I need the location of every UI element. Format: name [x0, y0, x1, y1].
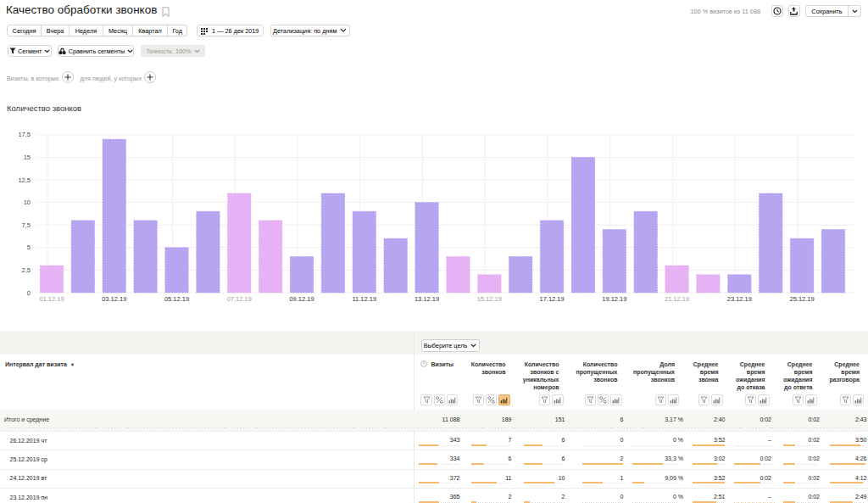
svg-text:7,5: 7,5 [22, 221, 31, 229]
svg-text:25.12.19: 25.12.19 [790, 295, 815, 303]
svg-text:07.12.19: 07.12.19 [227, 295, 252, 303]
svg-text:15: 15 [24, 154, 31, 161]
svg-text:17,5: 17,5 [18, 131, 31, 138]
svg-text:05.12.19: 05.12.19 [164, 295, 189, 303]
svg-text:03.12.19: 03.12.19 [102, 295, 126, 303]
svg-text:19.12.19: 19.12.19 [602, 295, 626, 303]
svg-text:5: 5 [27, 243, 31, 251]
svg-text:10: 10 [24, 198, 31, 206]
svg-text:21.12.19: 21.12.19 [665, 295, 689, 303]
svg-text:17.12.19: 17.12.19 [539, 295, 564, 303]
svg-text:15.12.19: 15.12.19 [477, 295, 502, 303]
svg-text:11.12.19: 11.12.19 [352, 295, 376, 303]
svg-text:13.12.19: 13.12.19 [415, 295, 439, 303]
svg-text:23.12.19: 23.12.19 [727, 295, 752, 303]
svg-text:09.12.19: 09.12.19 [289, 295, 314, 303]
svg-text:2,5: 2,5 [22, 266, 31, 274]
svg-text:0: 0 [27, 289, 31, 297]
svg-text:12,5: 12,5 [18, 176, 31, 184]
svg-text:01.12.19: 01.12.19 [39, 295, 64, 303]
